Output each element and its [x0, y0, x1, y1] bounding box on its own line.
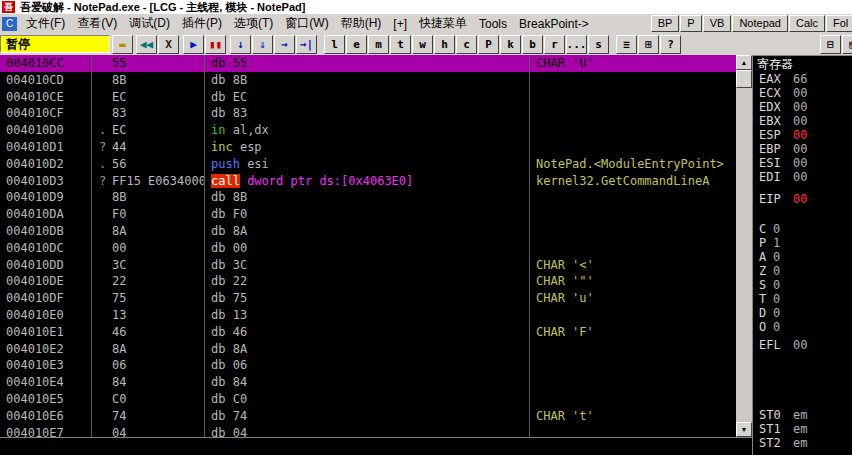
log-window-button[interactable]: l — [324, 35, 345, 54]
step-into-button[interactable]: ↓ — [230, 35, 251, 54]
plugin-button-calc[interactable]: Calc — [789, 15, 825, 32]
scroll-down-button[interactable]: ▼ — [736, 422, 752, 437]
disasm-row[interactable]: 004010E5C0db C0 — [0, 391, 736, 408]
disasm-row[interactable]: 004010CF83db 83 — [0, 105, 736, 122]
open-button[interactable]: ▬ — [112, 35, 133, 54]
register-row[interactable]: O0 — [753, 320, 852, 334]
disasm-row[interactable]: 004010E674db 74CHAR 't' — [0, 408, 736, 425]
register-row[interactable]: C0 — [753, 222, 852, 236]
cpu-button[interactable]: c — [456, 35, 477, 54]
threads-button[interactable]: t — [390, 35, 411, 54]
register-value: 0 — [773, 292, 780, 306]
plugin-button-vb[interactable]: VB — [703, 15, 732, 32]
disasm-row[interactable]: 004010D1?44inc esp — [0, 139, 736, 156]
menu-item[interactable]: BreakPoint-> — [513, 17, 595, 31]
menu-item[interactable]: 查看(V) — [71, 15, 123, 32]
menu-item[interactable]: 文件(F) — [20, 15, 71, 32]
register-row[interactable]: P1 — [753, 236, 852, 250]
restart-button[interactable]: ◀◀ — [136, 35, 157, 54]
disasm-row[interactable]: 004010D98Bdb 8B — [0, 189, 736, 206]
disasm-row[interactable]: 004010DC00db 00 — [0, 240, 736, 257]
disasm-row[interactable]: 004010DB8Adb 8A — [0, 223, 736, 240]
windows-button[interactable]: w — [412, 35, 433, 54]
run-trace-button[interactable]: ... — [566, 35, 587, 54]
instruction-token: db 8B — [211, 190, 247, 204]
instruction-cell: db 74 — [205, 408, 530, 425]
plugin-button-fol[interactable]: Fol — [826, 15, 852, 32]
scroll-up-button[interactable]: ▲ — [736, 55, 752, 70]
disasm-row[interactable]: 004010CEECdb EC — [0, 89, 736, 106]
step-over-button[interactable]: ⇓ — [252, 35, 273, 54]
register-row[interactable]: EDI00 — [753, 170, 852, 184]
comment-cell: CHAR 'u' — [530, 290, 736, 307]
references-button[interactable]: r — [544, 35, 565, 54]
disasm-row[interactable]: 004010E013db 13 — [0, 307, 736, 324]
disasm-row[interactable]: 004010D3?FF15 E0634000call dword ptr ds:… — [0, 173, 736, 190]
disasm-row[interactable]: 004010CC55db 55CHAR 'U' — [0, 55, 736, 72]
close-button[interactable]: X — [158, 35, 179, 54]
disasm-row[interactable]: 004010D0.ECin al,dx — [0, 122, 736, 139]
disasm-row[interactable]: 004010E306db 06 — [0, 357, 736, 374]
register-row[interactable]: EDX00 — [753, 100, 852, 114]
plugin-button-bp[interactable]: BP — [651, 15, 680, 32]
disasm-row[interactable]: 004010E28Adb 8A — [0, 341, 736, 358]
menu-item[interactable]: 快捷菜单 — [413, 15, 473, 32]
memory-map-button[interactable]: m — [368, 35, 389, 54]
handles-button[interactable]: h — [434, 35, 455, 54]
register-row[interactable]: EFL00 — [753, 338, 852, 352]
executables-button[interactable]: e — [346, 35, 367, 54]
breakpoints-button[interactable]: b — [522, 35, 543, 54]
register-row[interactable]: ST1em — [753, 422, 852, 436]
menu-item[interactable]: 插件(P) — [176, 15, 228, 32]
register-row[interactable]: EIP00 — [753, 192, 852, 206]
instruction-token: db 75 — [211, 291, 247, 305]
clipped-edge-button[interactable]: ▤ — [842, 35, 852, 54]
register-row[interactable]: EBX00 — [753, 114, 852, 128]
register-row[interactable]: Z0 — [753, 264, 852, 278]
register-row[interactable]: T0 — [753, 292, 852, 306]
pause-button[interactable]: ▮▮ — [205, 35, 226, 54]
disasm-scrollbar[interactable]: ▲ ▼ — [736, 55, 752, 437]
call-stack-button[interactable]: k — [500, 35, 521, 54]
disasm-row[interactable]: 004010E484db 84 — [0, 374, 736, 391]
child-window-icon[interactable]: C — [2, 17, 17, 31]
plugin-button-p[interactable]: P — [680, 15, 701, 32]
source-button[interactable]: s — [588, 35, 609, 54]
run-button[interactable]: ▶ — [183, 35, 204, 54]
disasm-row[interactable]: 004010DD3Cdb 3CCHAR '<' — [0, 257, 736, 274]
app-logo-icon: 吾 — [2, 1, 15, 13]
menu-item[interactable]: 窗口(W) — [279, 15, 334, 32]
disasm-row[interactable]: 004010CD8Bdb 8B — [0, 72, 736, 89]
disasm-row[interactable]: 004010DE22db 22CHAR '"' — [0, 273, 736, 290]
disasm-row[interactable]: 004010DF75db 75CHAR 'u' — [0, 290, 736, 307]
menu-item[interactable]: 帮助(H) — [335, 15, 388, 32]
register-row[interactable]: ECX00 — [753, 86, 852, 100]
register-row[interactable]: EAX66 — [753, 72, 852, 86]
disasm-row[interactable]: 004010E704db 04 — [0, 425, 736, 437]
register-row[interactable]: D0 — [753, 306, 852, 320]
register-row[interactable]: S0 — [753, 278, 852, 292]
trace-over-button[interactable]: → — [274, 35, 295, 54]
register-name: EBX — [759, 114, 793, 128]
disasm-row[interactable]: 004010E146db 46CHAR 'F' — [0, 324, 736, 341]
collapse-button[interactable]: ⊟ — [820, 35, 841, 54]
register-row[interactable]: ST2em — [753, 436, 852, 450]
register-row[interactable]: A0 — [753, 250, 852, 264]
patches-button[interactable]: P — [478, 35, 499, 54]
register-row[interactable]: EBP00 — [753, 142, 852, 156]
register-row[interactable]: ESP00 — [753, 128, 852, 142]
register-row[interactable]: ESI00 — [753, 156, 852, 170]
menu-item[interactable]: [+] — [387, 17, 413, 31]
menu-item[interactable]: Tools — [473, 17, 513, 31]
help-button[interactable]: ? — [660, 35, 681, 54]
disasm-row[interactable]: 004010DAF0db F0 — [0, 206, 736, 223]
options-button[interactable]: ≡ — [616, 35, 637, 54]
exec-till-return-button[interactable]: →| — [296, 35, 317, 54]
register-row[interactable]: ST0em — [753, 408, 852, 422]
scroll-thumb[interactable] — [736, 70, 752, 88]
appearance-button[interactable]: ⊞ — [638, 35, 659, 54]
menu-item[interactable]: 调试(D) — [123, 15, 176, 32]
plugin-button-notepad[interactable]: Notepad — [732, 15, 788, 32]
menu-item[interactable]: 选项(T) — [228, 15, 279, 32]
disasm-row[interactable]: 004010D2.56push esiNotePad.<ModuleEntryP… — [0, 156, 736, 173]
